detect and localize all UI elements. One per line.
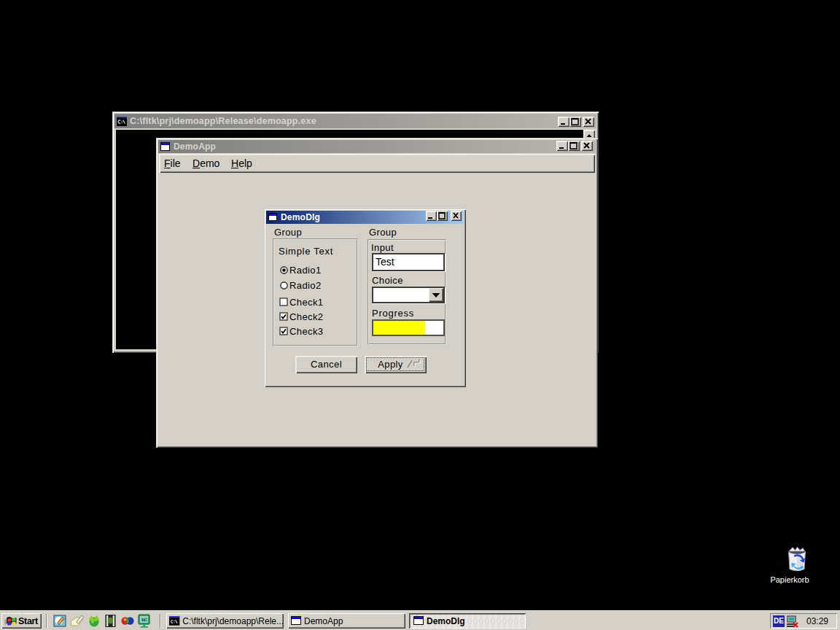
svg-text:TS: TS [142,617,147,621]
